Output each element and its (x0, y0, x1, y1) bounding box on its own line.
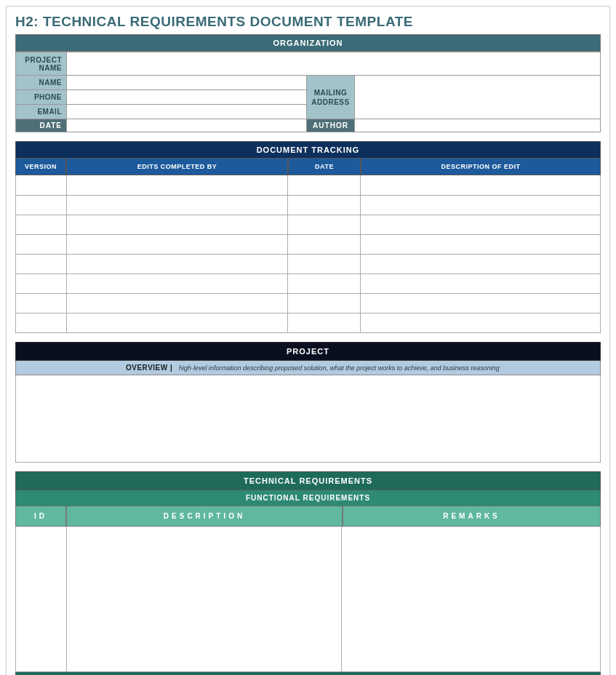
func-cell-description[interactable] (67, 527, 342, 671)
overview-body[interactable] (15, 375, 601, 463)
col-id: ID (15, 506, 66, 527)
overview-note: high-level information describing propos… (179, 364, 500, 372)
col-edits-by: EDITS COMPLETED BY (66, 159, 288, 175)
cell-date[interactable] (288, 293, 361, 313)
value-author[interactable] (355, 119, 601, 132)
col-func-description: DESCRIPTION (66, 506, 343, 527)
value-date[interactable] (67, 119, 307, 132)
cell-date[interactable] (288, 313, 361, 332)
table-row (16, 234, 601, 254)
tracking-header: DOCUMENT TRACKING (15, 141, 601, 159)
label-author: AUTHOR (307, 119, 355, 132)
cell-description[interactable] (361, 215, 601, 234)
cell-version[interactable] (16, 254, 67, 273)
organization-table: PROJECT NAME NAME MAILING ADDRESS PHONE … (15, 52, 601, 132)
cell-version[interactable] (16, 293, 67, 313)
table-row (16, 273, 601, 293)
value-mailing-address[interactable] (355, 76, 601, 119)
col-remarks: REMARKS (343, 506, 601, 527)
functional-header: FUNCTIONAL REQUIREMENTS (15, 490, 601, 506)
label-name: NAME (16, 76, 67, 90)
cell-edits-by[interactable] (67, 195, 288, 215)
cell-date[interactable] (288, 234, 361, 254)
functional-body (15, 527, 601, 672)
cell-date[interactable] (288, 175, 361, 195)
cell-description[interactable] (361, 293, 601, 313)
cell-edits-by[interactable] (67, 254, 288, 273)
overview-label: OVERVIEW | (126, 364, 172, 372)
col-date: DATE (288, 159, 361, 175)
table-row (16, 313, 601, 332)
label-date: DATE (16, 119, 67, 132)
cell-edits-by[interactable] (67, 293, 288, 313)
cell-description[interactable] (361, 313, 601, 332)
cell-version[interactable] (16, 234, 67, 254)
func-cell-id[interactable] (16, 527, 67, 671)
table-row (16, 293, 601, 313)
value-name[interactable] (67, 76, 307, 90)
cell-description[interactable] (361, 234, 601, 254)
organization-header: ORGANIZATION (15, 34, 601, 52)
cell-version[interactable] (16, 195, 67, 215)
table-row (16, 254, 601, 273)
cell-edits-by[interactable] (67, 313, 288, 332)
cell-edits-by[interactable] (67, 215, 288, 234)
func-cell-remarks[interactable] (342, 527, 600, 671)
cell-description[interactable] (361, 273, 601, 293)
cell-version[interactable] (16, 215, 67, 234)
label-project-name: PROJECT NAME (16, 52, 67, 76)
col-description: DESCRIPTION OF EDIT (361, 159, 601, 175)
tracking-columns: VERSION EDITS COMPLETED BY DATE DESCRIPT… (15, 159, 601, 175)
label-email: EMAIL (16, 105, 67, 119)
cell-edits-by[interactable] (67, 234, 288, 254)
cell-date[interactable] (288, 254, 361, 273)
table-row (16, 195, 601, 215)
value-phone[interactable] (67, 90, 307, 105)
value-project-name[interactable] (67, 52, 601, 76)
table-row (16, 215, 601, 234)
value-email[interactable] (67, 105, 307, 119)
project-header: PROJECT (15, 342, 601, 361)
label-phone: PHONE (16, 90, 67, 105)
cell-date[interactable] (288, 195, 361, 215)
overview-bar: OVERVIEW | high-level information descri… (15, 361, 601, 375)
cell-date[interactable] (288, 215, 361, 234)
reporting-header: REPORTING REQUIREMENTS (15, 672, 601, 676)
label-mailing-address: MAILING ADDRESS (307, 76, 355, 119)
technical-header: TECHNICAL REQUIREMENTS (15, 471, 601, 490)
cell-date[interactable] (288, 273, 361, 293)
functional-columns: ID DESCRIPTION REMARKS (15, 506, 601, 527)
col-version: VERSION (15, 159, 66, 175)
cell-description[interactable] (361, 175, 601, 195)
cell-description[interactable] (361, 254, 601, 273)
page-title: H2: TECHNICAL REQUIREMENTS DOCUMENT TEMP… (15, 14, 601, 30)
tracking-rows (15, 175, 601, 333)
cell-edits-by[interactable] (67, 273, 288, 293)
document-page: H2: TECHNICAL REQUIREMENTS DOCUMENT TEMP… (6, 6, 610, 675)
cell-version[interactable] (16, 175, 67, 195)
cell-version[interactable] (16, 313, 67, 332)
table-row (16, 175, 601, 195)
cell-version[interactable] (16, 273, 67, 293)
cell-description[interactable] (361, 195, 601, 215)
cell-edits-by[interactable] (67, 175, 288, 195)
